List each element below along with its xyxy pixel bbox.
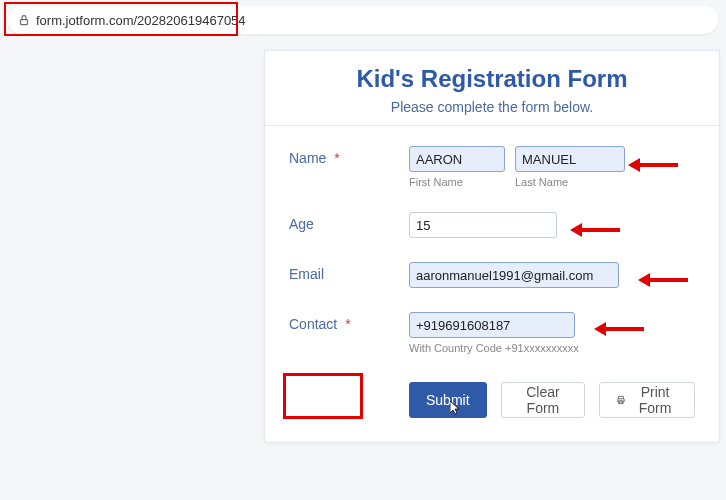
first-name-input[interactable] bbox=[409, 146, 505, 172]
contact-input[interactable] bbox=[409, 312, 575, 338]
address-bar[interactable]: form.jotform.com/202820619467054 bbox=[8, 6, 718, 34]
form-body: Name * First Name Last Name Age Emai bbox=[265, 126, 719, 442]
url-text: form.jotform.com/202820619467054 bbox=[36, 13, 246, 28]
form-title: Kid's Registration Form bbox=[275, 65, 709, 93]
form-card: Kid's Registration Form Please complete … bbox=[264, 50, 720, 443]
lock-icon bbox=[18, 14, 30, 26]
contact-label: Contact * bbox=[289, 312, 409, 332]
email-input[interactable] bbox=[409, 262, 619, 288]
submit-button[interactable]: Submit bbox=[409, 382, 487, 418]
form-subtitle: Please complete the form below. bbox=[275, 99, 709, 115]
required-marker: * bbox=[345, 316, 350, 332]
first-name-sublabel: First Name bbox=[409, 176, 505, 188]
last-name-sublabel: Last Name bbox=[515, 176, 568, 188]
contact-row: Contact * With Country Code +91xxxxxxxxx… bbox=[289, 312, 695, 354]
form-header: Kid's Registration Form Please complete … bbox=[265, 51, 719, 126]
printer-icon bbox=[616, 393, 626, 407]
print-button[interactable]: Print Form bbox=[599, 382, 695, 418]
email-row: Email bbox=[289, 262, 695, 288]
svg-rect-0 bbox=[21, 20, 28, 25]
name-row: Name * First Name Last Name bbox=[289, 146, 695, 188]
age-row: Age bbox=[289, 212, 695, 238]
button-row: Submit Clear Form Print Form bbox=[289, 378, 695, 424]
contact-sublabel: With Country Code +91xxxxxxxxxx bbox=[409, 342, 695, 354]
age-input[interactable] bbox=[409, 212, 557, 238]
age-label: Age bbox=[289, 212, 409, 232]
email-label: Email bbox=[289, 262, 409, 282]
clear-button[interactable]: Clear Form bbox=[501, 382, 586, 418]
last-name-input[interactable] bbox=[515, 146, 625, 172]
required-marker: * bbox=[334, 150, 339, 166]
name-label: Name * bbox=[289, 146, 409, 166]
submit-highlight-box bbox=[283, 373, 363, 419]
